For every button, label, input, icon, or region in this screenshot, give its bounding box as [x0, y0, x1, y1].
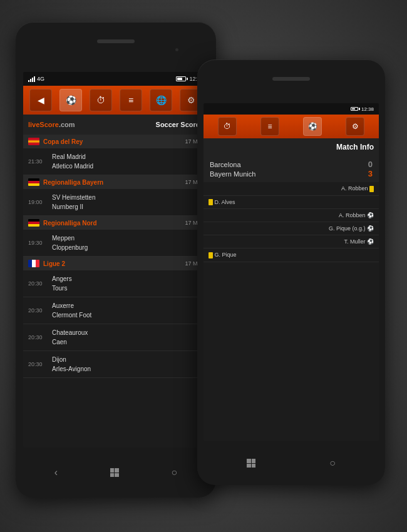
team-home-realmadrid: Real Madrid	[52, 152, 204, 161]
right-nav-ball-icon[interactable]: ⚽	[303, 117, 322, 136]
events-list: A. Robben D. Alves A. Robben ⚽	[204, 182, 379, 262]
match-realmadrid[interactable]: 21:30 Real Madrid Atletico Madrid	[23, 148, 209, 175]
team-sv: SV Heimstetten	[52, 193, 204, 202]
match-time-1930: 19:30	[28, 240, 48, 246]
app-logo: liveScore.com	[28, 121, 75, 128]
logo-accent: liveScore	[28, 121, 59, 128]
team-tours: Tours	[52, 284, 204, 293]
nav-back-icon[interactable]: ◀	[29, 89, 52, 111]
match-teams-dijon: Dijon Arles-Avignon	[52, 355, 204, 374]
league-ligue2-name: Ligue 2	[43, 260, 181, 267]
right-search-button[interactable]: ○	[329, 458, 336, 469]
match-sv-heimstetten[interactable]: 19:00 SV Heimstetten Nurnberg II	[23, 189, 209, 216]
event-gpique-yellow: G. Pique	[204, 248, 379, 262]
match-info-header: Match Info	[204, 138, 379, 156]
flag-germany-regnord	[28, 219, 39, 227]
nav-world-icon[interactable]: 🌐	[150, 89, 172, 111]
event-home-gpique: G. Pique	[209, 252, 291, 258]
flag-spain-copa	[28, 138, 39, 145]
flag-france-ligue2	[28, 260, 39, 267]
right-nav-list-icon[interactable]: ≡	[260, 117, 279, 136]
event-robben-yellow: A. Robben	[204, 182, 379, 196]
away-score: 3	[368, 169, 373, 178]
event-away-pique-og: G. Pique (o.g.) ⚽	[291, 225, 374, 232]
league-regbayern-name: Regionalliga Bayern	[43, 179, 181, 186]
nav-ball-icon[interactable]: ⚽	[59, 89, 82, 111]
right-time-display: 12:38	[361, 106, 374, 112]
team-auxerre: Auxerre	[52, 301, 204, 310]
phone-right: 12:38 ⏱ ≡ ⚽ ⚙ Match Info Barcelona 0	[197, 59, 385, 485]
right-battery-icon	[351, 107, 358, 111]
event-away-robben-goal: A. Robben ⚽	[291, 212, 374, 218]
match-time-2030-1: 20:30	[28, 280, 48, 287]
flag-germany-regbayern	[28, 178, 39, 186]
right-windows-button[interactable]	[247, 459, 255, 468]
event-dalves-yellow: D. Alves	[204, 196, 379, 210]
match-dijon[interactable]: 20:30 Dijon Arles-Avignon	[23, 351, 209, 378]
phone-right-speaker	[272, 77, 310, 81]
right-bottom-bar: ○	[197, 441, 385, 485]
nav-list-icon[interactable]: ≡	[120, 89, 142, 111]
team-away-atletico: Atletico Madrid	[52, 161, 204, 171]
left-status-bar: 4G 12:38	[23, 72, 209, 86]
event-muller-goal: T. Muller ⚽	[204, 235, 379, 248]
match-teams-regnord: Meppen Cloppenburg	[52, 233, 204, 252]
left-bottom-bar: ‹ ○	[16, 448, 216, 498]
ball-icon-robben: ⚽	[367, 212, 374, 218]
signal-bar-2	[30, 79, 31, 82]
league-row-regnord[interactable]: Regionalliga Nord 17 May	[23, 216, 209, 230]
team-clermont: Clermont Foot	[52, 310, 204, 320]
right-nav-timer-icon[interactable]: ⏱	[218, 117, 237, 136]
match-auxerre[interactable]: 20:30 Auxerre Clermont Foot	[23, 297, 209, 324]
event-pique-og: G. Pique (o.g.) ⚽	[204, 222, 379, 235]
score-row-home: Barcelona 0	[210, 160, 373, 169]
left-back-button[interactable]: ‹	[54, 467, 58, 478]
match-chateauroux[interactable]: 20:30 Chateauroux Caen	[23, 324, 209, 351]
match-teams-chateauroux: Chateauroux Caen	[52, 328, 204, 347]
match-time-2030-3: 20:30	[28, 334, 48, 340]
match-angers[interactable]: 20:30 Angers Tours	[23, 270, 209, 297]
event-robben-goal: A. Robben ⚽	[204, 209, 379, 222]
signal-bar-4	[34, 76, 35, 82]
match-teams-auxerre: Auxerre Clermont Foot	[52, 301, 204, 320]
team-dijon: Dijon	[52, 355, 204, 364]
away-team-name: Bayern Munich	[210, 170, 255, 178]
left-content: Copa del Rey 17 May 21:30 Real Madrid At…	[23, 135, 209, 378]
match-time-2030-4: 20:30	[28, 361, 48, 367]
match-time-1900: 19:00	[28, 199, 48, 205]
signal-bars	[28, 76, 35, 82]
match-teams-regbayern: SV Heimstetten Nurnberg II	[52, 193, 204, 212]
league-row-regbayern[interactable]: Regionalliga Bayern 17 May	[23, 175, 209, 189]
event-away-robben-1: A. Robben	[291, 185, 374, 192]
ball-icon-muller: ⚽	[367, 238, 374, 245]
event-away-muller: T. Muller ⚽	[291, 238, 374, 245]
league-row-ligue2[interactable]: Ligue 2 17 May	[23, 257, 209, 270]
yellow-card-dalves	[209, 199, 213, 205]
left-windows-button[interactable]	[110, 468, 119, 477]
event-home-dalves: D. Alves	[209, 199, 291, 206]
left-status-left: 4G	[28, 76, 44, 82]
left-nav-bar: ◀ ⚽ ⏱ ≡ 🌐 ⚙	[23, 86, 209, 115]
app-header-title: Soccer Scores	[156, 121, 204, 128]
right-status-bar: 12:38	[204, 103, 379, 115]
team-caen: Caen	[52, 337, 204, 347]
match-teams-copa: Real Madrid Atletico Madrid	[52, 152, 204, 171]
team-arles: Arles-Avignon	[52, 364, 204, 374]
match-teams-angers: Angers Tours	[52, 274, 204, 293]
left-app-header: liveScore.com Soccer Scores	[23, 115, 209, 135]
score-row-away: Bayern Munich 3	[210, 169, 373, 178]
left-search-button[interactable]: ○	[171, 467, 177, 478]
right-nav-settings-icon[interactable]: ⚙	[346, 117, 364, 136]
match-meppen[interactable]: 19:30 Meppen Cloppenburg	[23, 230, 209, 257]
phone-left-camera	[175, 48, 178, 51]
nav-timer-icon[interactable]: ⏱	[90, 89, 112, 111]
match-time-2030-2: 20:30	[28, 307, 48, 314]
home-team-name: Barcelona	[210, 161, 241, 168]
match-time-2130: 21:30	[28, 158, 48, 165]
logo-suffix: .com	[59, 121, 75, 128]
league-row-copa[interactable]: Copa del Rey 17 May	[23, 135, 209, 148]
team-nurnberg: Nurnberg II	[52, 202, 204, 212]
yellow-card-gpique	[209, 252, 213, 258]
league-copa-name: Copa del Rey	[43, 138, 181, 145]
home-score: 0	[368, 160, 373, 169]
